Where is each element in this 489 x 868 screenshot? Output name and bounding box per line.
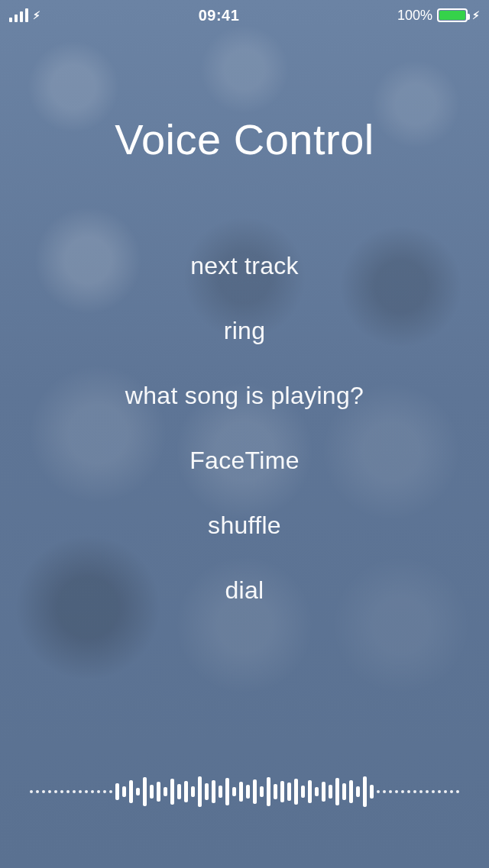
waveform-bar [150, 785, 154, 799]
waveform-bar [356, 786, 360, 797]
waveform-bar [322, 782, 325, 802]
battery-percent: 100% [397, 8, 432, 24]
waveform-dot [30, 790, 33, 793]
waveform-bar [219, 786, 222, 798]
waveform-bar [198, 776, 202, 807]
waveform-bar [239, 782, 243, 802]
waveform-bar [349, 780, 353, 803]
waveform-bar [164, 787, 167, 796]
waveform-dot [42, 790, 45, 793]
voice-command[interactable]: shuffle [208, 511, 281, 540]
page-title: Voice Control [0, 115, 489, 164]
waveform-dot [66, 790, 70, 793]
waveform-dot [54, 790, 57, 793]
waveform-dot [407, 790, 410, 793]
waveform-dot [377, 790, 380, 793]
voice-control-screen: ⚡︎ 09:41 100% ⚡︎ Voice Control next trac… [0, 0, 489, 868]
waveform-dot [103, 790, 106, 793]
waveform-bar [177, 784, 181, 799]
waveform-dot [48, 790, 51, 793]
waveform-dot [401, 790, 404, 793]
voice-command[interactable]: dial [225, 576, 264, 605]
waveform-bar [301, 786, 305, 798]
waveform-bar [205, 783, 209, 800]
waveform-dot [432, 790, 435, 793]
waveform-bar [335, 778, 339, 805]
voice-command[interactable]: FaceTime [189, 447, 299, 475]
waveform-dot [97, 790, 100, 793]
waveform-bar [287, 782, 291, 801]
voice-command-list: next track ring what song is playing? Fa… [0, 252, 489, 605]
voice-command[interactable]: ring [224, 317, 266, 345]
waveform-bar [184, 781, 188, 802]
waveform-dot [426, 790, 429, 793]
waveform-bar [225, 778, 229, 805]
audio-waveform [0, 769, 489, 815]
waveform-dot [85, 790, 88, 793]
waveform-bar [363, 776, 367, 807]
waveform-bar [115, 783, 119, 800]
status-right: 100% ⚡︎ [397, 8, 480, 24]
waveform-dot [60, 790, 63, 793]
waveform-dot [456, 790, 459, 793]
waveform-bar [129, 780, 133, 803]
waveform-bar [308, 780, 312, 803]
waveform-dot [91, 790, 94, 793]
waveform-bar [280, 781, 284, 802]
waveform-bar [260, 786, 264, 797]
waveform-dot [444, 790, 447, 793]
waveform-bar [232, 787, 236, 796]
waveform-bar [315, 787, 319, 796]
waveform-dot [419, 790, 423, 793]
waveform-bar [329, 785, 332, 799]
waveform-dot [389, 790, 392, 793]
voice-command[interactable]: what song is playing? [125, 382, 364, 410]
waveform-dot [395, 790, 398, 793]
waveform-bar [267, 777, 270, 806]
charging-bolt-icon: ⚡︎ [33, 10, 40, 21]
waveform-bar [170, 779, 174, 805]
waveform-bar [342, 783, 346, 800]
battery-icon [437, 8, 468, 22]
waveform-dot [109, 790, 112, 793]
waveform-bar [274, 784, 277, 799]
waveform-bar [191, 786, 195, 797]
status-bar: ⚡︎ 09:41 100% ⚡︎ [0, 0, 489, 31]
waveform-dot [36, 790, 39, 793]
waveform-bar [370, 785, 374, 799]
waveform-bar [294, 779, 298, 805]
waveform-dot [79, 790, 82, 793]
voice-command[interactable]: next track [190, 252, 299, 280]
cellular-signal-icon [9, 8, 28, 22]
waveform-bar [143, 777, 147, 806]
waveform-bar [157, 782, 160, 802]
waveform-bar [122, 786, 126, 797]
charging-bolt-icon: ⚡︎ [472, 10, 480, 21]
waveform-bar [212, 780, 215, 803]
status-time: 09:41 [199, 7, 240, 24]
waveform-bar [246, 785, 250, 799]
waveform-bar [253, 779, 257, 804]
status-left: ⚡︎ [9, 8, 40, 22]
waveform-dot [73, 790, 76, 793]
waveform-bar [136, 788, 140, 795]
waveform-dot [450, 790, 453, 793]
waveform-dot [413, 790, 416, 793]
waveform-dot [438, 790, 441, 793]
waveform-dot [383, 790, 386, 793]
